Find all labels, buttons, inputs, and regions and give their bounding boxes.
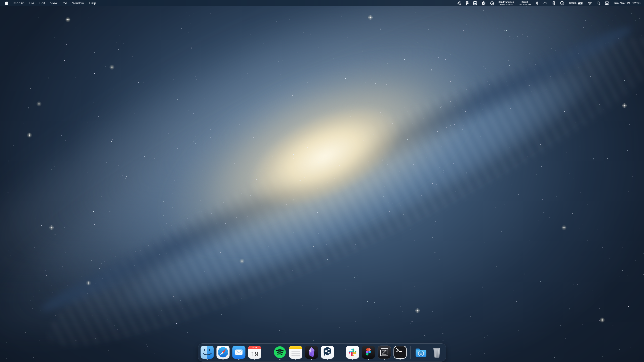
triangle-app-icon[interactable] [473,1,477,5]
dotted-arc-icon[interactable] [543,2,547,5]
world-clock-san-francisco[interactable]: San Francisco Tue 4:03 AM [499,1,514,6]
menu-window[interactable]: Window [72,1,84,5]
running-indicator [254,359,255,360]
dock-item-zed[interactable] [378,345,391,360]
dock-item-terminal[interactable] [393,345,407,360]
dock-spacer [264,346,271,359]
dock-item-safari[interactable] [216,345,230,360]
calendar-day: 19 [251,350,258,358]
running-indicator [295,359,296,360]
dock: NOV 19 [198,343,446,361]
running-indicator [352,359,353,360]
dock-item-notes[interactable] [289,345,303,360]
active-app-name[interactable]: Finder [14,1,24,5]
battery-charging-icon [578,1,583,5]
desktop-wallpaper[interactable] [0,0,644,362]
hexagon-share-icon[interactable] [481,1,486,5]
clock-time: 12:03 [632,1,640,5]
menu-bar-left: Finder File Edit View Go Window Help [0,1,96,5]
dock-item-slack[interactable] [346,345,359,360]
battery-percent: 100% [569,2,577,5]
running-indicator [223,359,224,360]
menu-bar-clock[interactable]: Tue Nov 19 12:03 [613,1,640,5]
clock-date: Tue Nov 19 [613,1,630,5]
dock-item-finder[interactable] [200,345,214,360]
battery-status[interactable]: 100% [569,1,583,5]
spotlight-search-icon[interactable] [596,1,600,5]
running-indicator [311,359,312,360]
menu-edit[interactable]: Edit [39,1,45,5]
dock-item-hexagon-share-app[interactable] [321,345,334,360]
world-clock-brazil[interactable]: Brazil Tue 8:03 AM [518,1,531,6]
g-app-icon[interactable] [490,1,494,5]
calendar-month: NOV [253,346,257,349]
dock-item-downloads[interactable] [414,345,428,360]
bluetooth-icon[interactable] [535,1,539,5]
running-indicator [207,359,208,360]
control-center-icon[interactable] [605,1,609,5]
now-playing-icon[interactable] [560,1,564,5]
dock-item-obsidian[interactable] [305,345,318,360]
iphone-mirroring-icon[interactable] [552,1,556,5]
dock-item-calendar[interactable]: NOV 19 [248,345,262,360]
apple-menu-icon[interactable] [5,1,8,5]
running-indicator [384,359,385,360]
dock-item-mail[interactable] [232,345,246,360]
menu-bar-status-area: San Francisco Tue 4:03 AM Brazil Tue 8:0… [457,1,644,6]
wifi-icon[interactable] [588,2,592,5]
dock-item-trash[interactable] [430,345,444,360]
menu-view[interactable]: View [50,1,57,5]
running-indicator [368,359,369,360]
dock-item-figma[interactable] [362,345,375,360]
figma-icon[interactable] [466,1,469,5]
running-indicator [238,359,239,360]
dock-item-spotify[interactable] [273,345,287,360]
running-indicator [327,359,328,360]
menu-go[interactable]: Go [63,1,67,5]
menu-bar: Finder File Edit View Go Window Help [0,0,644,6]
dock-separator [411,346,411,359]
sparkle-burst-icon[interactable] [457,1,461,5]
running-indicator [279,359,280,360]
menu-help[interactable]: Help [89,1,96,5]
dock-spacer [337,346,344,359]
menu-file[interactable]: File [29,1,34,5]
stars-canvas [0,0,644,362]
running-indicator [400,359,401,360]
